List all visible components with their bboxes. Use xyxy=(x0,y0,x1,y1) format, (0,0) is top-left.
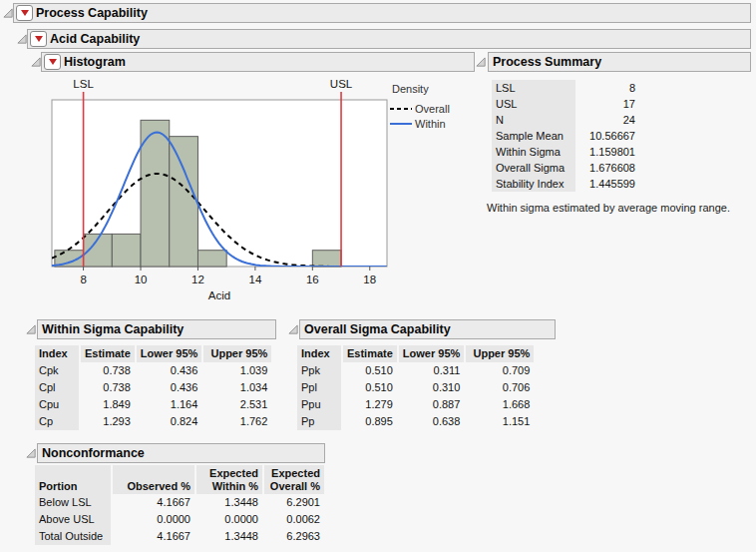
table-row: Ppl0.5100.3100.706 xyxy=(297,379,534,396)
row-label: Within Sigma xyxy=(492,144,575,160)
table-row: Ppk0.5100.3110.709 xyxy=(297,362,534,379)
column-header: Lower 95% xyxy=(137,345,201,362)
cell-value: 0.709 xyxy=(466,362,534,379)
column-header: Upper 95% xyxy=(203,345,271,362)
table-header-row: PortionObserved %Expected Within %Expect… xyxy=(35,465,324,494)
histogram-bar[interactable] xyxy=(170,137,198,267)
row-label: Sample Mean xyxy=(492,128,575,144)
column-header: Index xyxy=(297,345,341,362)
cell-value: 0.706 xyxy=(466,379,534,396)
disclosure-triangle[interactable] xyxy=(288,324,299,335)
row-label: Ppl xyxy=(297,379,341,396)
column-header: Observed % xyxy=(113,465,194,494)
row-label: Cpk xyxy=(35,362,79,379)
cell-value: 1.3448 xyxy=(196,494,262,511)
histogram-bar[interactable] xyxy=(197,251,226,267)
histogram-bar[interactable] xyxy=(112,234,141,267)
table-row: LSL8 xyxy=(492,80,639,96)
capability-histogram-plot[interactable]: LSLUSL81012141618AcidDensityOverallWithi… xyxy=(30,80,474,307)
row-label: USL xyxy=(492,96,575,112)
row-label: Above USL xyxy=(35,511,111,528)
axis-tick-label: 14 xyxy=(248,274,261,285)
cell-value: 1.762 xyxy=(203,413,271,430)
row-label: LSL xyxy=(492,80,575,96)
red-triangle-menu-icon[interactable] xyxy=(44,54,61,70)
outline-title: Within Sigma Capability xyxy=(40,322,184,336)
table-row: Stability Index1.445599 xyxy=(492,176,639,192)
jmp-report-window: { "outline": { "process_capability": "Pr… xyxy=(0,0,756,552)
column-header: Estimate xyxy=(343,345,397,362)
cell-value: 0.310 xyxy=(399,379,464,396)
red-triangle-menu-icon[interactable] xyxy=(16,5,33,21)
cell-value: 0.510 xyxy=(343,379,397,396)
outline-title: Process Summary xyxy=(491,55,601,69)
cell-value: 1.3448 xyxy=(196,528,262,545)
cell-value: 1.279 xyxy=(343,396,397,413)
outline-header-process-summary[interactable]: Process Summary xyxy=(488,52,751,72)
table-row: Cpu1.8491.1642.531 xyxy=(35,396,271,413)
table-row: Pp0.8950.6381.151 xyxy=(297,413,534,430)
axis-tick-label: 16 xyxy=(306,274,319,285)
outline-header-acid-capability[interactable]: Acid Capability xyxy=(27,29,751,49)
table-row: USL17 xyxy=(492,96,639,112)
cell-value: 8 xyxy=(577,80,639,96)
table-header-row: IndexEstimateLower 95%Upper 95% xyxy=(297,345,534,362)
cell-value: 10.56667 xyxy=(577,128,639,144)
overall-sigma-capability-table: IndexEstimateLower 95%Upper 95%Ppk0.5100… xyxy=(295,345,536,430)
row-label: Below LSL xyxy=(35,494,111,511)
cell-value: 0.0000 xyxy=(113,511,194,528)
column-header: Estimate xyxy=(81,345,135,362)
table-row: Cpl0.7380.4361.034 xyxy=(35,379,271,396)
outline-title: Nonconformance xyxy=(40,446,145,460)
x-axis-title: Acid xyxy=(208,289,230,301)
outline-title: Process Capability xyxy=(36,6,148,20)
cell-value: 0.510 xyxy=(343,362,397,379)
row-label: N xyxy=(492,112,575,128)
legend-label: Within xyxy=(415,118,446,130)
within-sigma-note: Within sigma estimated by average moving… xyxy=(487,202,730,214)
cell-value: 1.151 xyxy=(466,413,534,430)
histogram-bar[interactable] xyxy=(312,251,341,267)
spec-limit-label: USL xyxy=(330,80,353,90)
cell-value: 4.1667 xyxy=(113,528,194,545)
table-row: Cp1.2930.8241.762 xyxy=(35,413,271,430)
cell-value: 1.849 xyxy=(81,396,135,413)
outline-header-nonconformance[interactable]: Nonconformance xyxy=(37,443,325,463)
outline-header-overall-capability[interactable]: Overall Sigma Capability xyxy=(299,319,556,339)
cell-value: 1.445599 xyxy=(577,176,639,192)
table-header-row: IndexEstimateLower 95%Upper 95% xyxy=(35,345,271,362)
cell-value: 0.887 xyxy=(399,396,464,413)
cell-value: 0.0000 xyxy=(196,511,262,528)
outline-header-within-capability[interactable]: Within Sigma Capability xyxy=(37,319,276,339)
cell-value: 0.895 xyxy=(343,413,397,430)
red-triangle-menu-icon[interactable] xyxy=(30,31,47,47)
process-summary-table: LSL8USL17N24Sample Mean10.56667Within Si… xyxy=(490,80,641,192)
cell-value: 17 xyxy=(577,96,639,112)
outline-header-process-capability[interactable]: Process Capability xyxy=(13,3,751,23)
row-label: Total Outside xyxy=(35,528,111,545)
disclosure-triangle[interactable] xyxy=(26,448,37,459)
column-header: Portion xyxy=(35,465,111,494)
column-header: Expected Overall % xyxy=(264,465,324,494)
outline-title: Overall Sigma Capability xyxy=(302,322,451,336)
axis-tick-label: 18 xyxy=(363,274,376,285)
cell-value: 0.436 xyxy=(137,362,201,379)
column-header: Expected Within % xyxy=(196,465,262,494)
row-label: Overall Sigma xyxy=(492,160,575,176)
disclosure-triangle[interactable] xyxy=(26,324,37,335)
axis-tick-label: 8 xyxy=(80,274,86,285)
legend-label: Overall xyxy=(415,103,450,115)
outline-header-histogram[interactable]: Histogram xyxy=(41,52,475,72)
legend-title: Density xyxy=(392,83,429,95)
cell-value: 0.436 xyxy=(137,379,201,396)
cell-value: 2.531 xyxy=(203,396,271,413)
disclosure-triangle[interactable] xyxy=(476,57,487,68)
table-row: Sample Mean10.56667 xyxy=(492,128,639,144)
spec-limit-label: LSL xyxy=(73,80,94,90)
cell-value: 6.2963 xyxy=(264,528,324,545)
cell-value: 0.738 xyxy=(81,379,135,396)
nonconformance-table: PortionObserved %Expected Within %Expect… xyxy=(33,465,326,545)
row-label: Stability Index xyxy=(492,176,575,192)
cell-value: 0.0062 xyxy=(264,511,324,528)
outline-title: Histogram xyxy=(64,55,126,69)
